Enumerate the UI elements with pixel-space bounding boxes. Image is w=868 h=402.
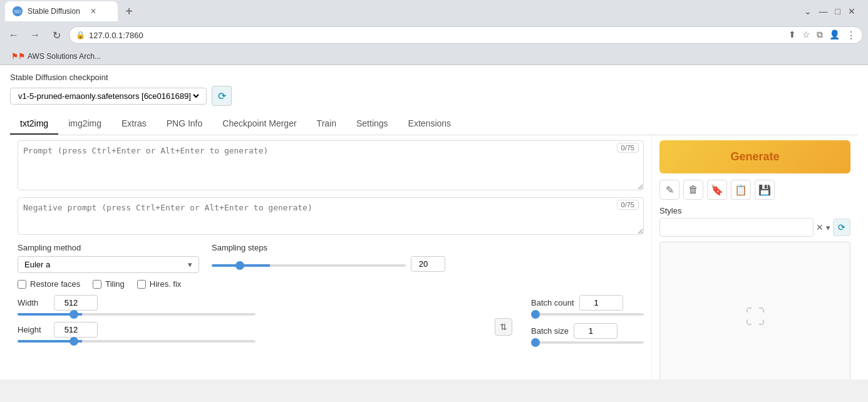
styles-label: Styles [659,206,850,215]
hires-fix-label: Hires. fix [150,279,182,289]
tiling-input[interactable] [93,280,101,289]
width-label: Width [18,298,49,307]
tab-close-icon[interactable]: ✕ [90,7,96,16]
height-input[interactable] [54,322,98,338]
checkpoint-label: Stable Diffusion checkpoint [10,73,858,82]
window-minimize-icon2[interactable]: — [819,6,828,16]
image-preview-area: ⛶ [659,242,850,379]
tiling-checkbox[interactable]: Tiling [93,279,125,289]
menu-icon[interactable]: ⋮ [846,29,856,41]
styles-input[interactable] [659,218,814,237]
window-maximize-icon[interactable]: □ [835,6,840,16]
bookmark-button[interactable]: 🔖 [707,180,727,200]
bookmark-aws[interactable]: ⚑⚑ AWS Solutions Arch... [8,51,105,62]
paste-button[interactable]: 📋 [731,180,751,200]
height-label: Height [18,325,49,334]
clipboard-icon: 📋 [735,184,747,196]
tiling-label: Tiling [105,279,125,289]
window-minimize-icon[interactable]: ⌄ [804,6,812,16]
styles-refresh-icon: ⟳ [838,222,845,232]
restore-faces-input[interactable] [18,280,26,289]
negative-prompt-input[interactable] [18,197,644,235]
width-input[interactable] [54,295,98,311]
batch-count-slider[interactable] [531,313,644,316]
hires-fix-input[interactable] [137,280,146,289]
tab-img2img[interactable]: img2img [58,113,111,135]
tab-checkpoint-merger[interactable]: Checkpoint Merger [212,113,306,135]
restore-faces-label: Restore faces [30,279,80,289]
styles-refresh-button[interactable]: ⟳ [833,219,850,236]
reload-button[interactable]: ↻ [48,26,65,44]
checkpoint-select[interactable]: v1-5-pruned-emaonly.safetensors [6ce0161… [10,88,207,105]
sampling-method-value: Euler a [24,260,185,269]
swap-dimensions-button[interactable]: ⇅ [495,318,512,336]
image-placeholder-icon: ⛶ [745,306,765,329]
batch-size-input[interactable] [574,323,617,339]
address-text: 127.0.0.1:7860 [89,31,143,40]
styles-dropdown-icon[interactable]: ▾ [826,223,830,232]
aws-bookmark-icon: ⚑⚑ [11,52,25,61]
sampling-steps-input[interactable] [411,256,445,272]
save-button[interactable]: 💾 [755,180,775,200]
height-slider[interactable] [18,340,256,343]
batch-count-input[interactable] [579,295,623,311]
batch-size-label: Batch size [531,326,569,336]
trash-icon: 🗑 [688,184,698,195]
checkpoint-dropdown[interactable]: v1-5-pruned-emaonly.safetensors [6ce0161… [16,91,201,101]
trash-button[interactable]: 🗑 [683,180,703,200]
swap-icon: ⇅ [500,322,507,332]
window-close-icon[interactable]: ✕ [848,6,855,16]
bookmark-red-icon: 🔖 [711,184,723,196]
positive-prompt-counter: 0/75 [617,143,639,153]
tab-extras[interactable]: Extras [111,113,157,135]
tab-train[interactable]: Train [307,113,346,135]
hires-fix-checkbox[interactable]: Hires. fix [137,279,182,289]
refresh-icon: ⟳ [218,90,226,102]
styles-clear-icon[interactable]: ✕ [816,222,824,232]
tab-title: Stable Diffusion [28,7,80,16]
sampling-method-label: Sampling method [18,243,199,252]
new-tab-button[interactable]: + [120,3,138,20]
positive-prompt-input[interactable] [18,140,644,190]
refresh-checkpoint-button[interactable]: ⟳ [212,86,232,106]
bookmark-label: AWS Solutions Arch... [28,52,101,61]
forward-button[interactable]: → [26,26,44,44]
floppy-icon: 💾 [758,184,771,196]
sampling-steps-slider[interactable] [212,264,406,267]
pencil-icon: ✎ [666,184,674,196]
generate-button[interactable]: Generate [659,140,850,173]
share-icon[interactable]: ⬆ [788,29,796,41]
sampling-method-select[interactable]: Euler a ▾ [18,256,199,273]
star-icon[interactable]: ☆ [802,29,810,41]
sampling-steps-label: Sampling steps [212,243,445,252]
batch-count-label: Batch count [531,298,574,307]
lock-icon: 🔒 [76,31,85,39]
back-button[interactable]: ← [5,26,23,44]
tab-favicon: SD [13,6,23,16]
width-slider[interactable] [18,313,256,316]
profile-icon[interactable]: 👤 [829,29,840,41]
edit-style-button[interactable]: ✎ [659,180,679,200]
restore-faces-checkbox[interactable]: Restore faces [18,279,80,289]
sampling-method-dropdown-icon: ▾ [188,260,192,269]
negative-prompt-counter: 0/75 [617,200,639,210]
tab-settings[interactable]: Settings [346,113,398,135]
tab-png-info[interactable]: PNG Info [157,113,213,135]
tab-txt2img[interactable]: txt2img [10,113,58,135]
split-icon[interactable]: ⧉ [817,29,823,41]
browser-tab[interactable]: SD Stable Diffusion ✕ [5,1,118,21]
tab-extensions[interactable]: Extensions [398,113,461,135]
batch-size-slider[interactable] [531,341,644,344]
